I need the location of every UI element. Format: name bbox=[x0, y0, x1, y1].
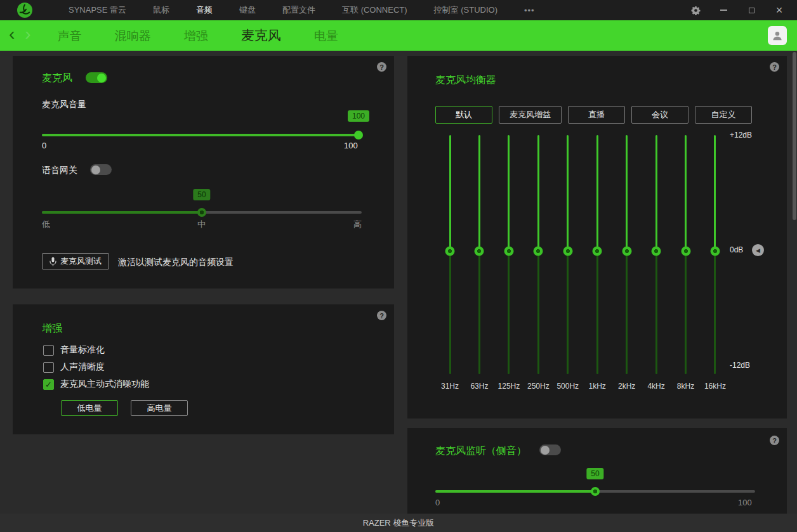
eq-band-label: 63Hz bbox=[470, 382, 488, 391]
back-chevron-icon[interactable]: ‹ bbox=[9, 25, 15, 43]
voice-gate-slider[interactable] bbox=[42, 208, 362, 217]
mic-test-button[interactable]: 麦克风测试 bbox=[42, 253, 109, 269]
voice-gate-slider-handle[interactable] bbox=[197, 208, 206, 217]
eq-band-handle[interactable] bbox=[534, 246, 543, 256]
eq-band-handle[interactable] bbox=[563, 246, 572, 256]
preset-conference[interactable]: 会议 bbox=[631, 106, 688, 124]
voice-gate-toggle[interactable] bbox=[90, 164, 112, 175]
eq-band-slider[interactable] bbox=[478, 135, 480, 374]
microphone-icon bbox=[49, 257, 56, 266]
audio-tabs: 声音 混响器 增强 麦克风 电量 bbox=[58, 27, 338, 44]
eq-scale-mid: 0dB bbox=[730, 245, 743, 254]
volume-slider[interactable] bbox=[42, 131, 362, 139]
eq-band-label: 16kHz bbox=[704, 382, 726, 391]
tab-microphone[interactable]: 麦克风 bbox=[241, 27, 281, 44]
menu-item-connect[interactable]: 互联 (CONNECT) bbox=[342, 4, 407, 16]
menu-item-profiles[interactable]: 配置文件 bbox=[282, 4, 315, 16]
checkbox-row-normalization[interactable]: 音量标准化 bbox=[43, 344, 105, 356]
microphone-toggle[interactable] bbox=[86, 72, 107, 83]
eq-band-handle[interactable] bbox=[710, 246, 720, 256]
high-power-button-label: 高电量 bbox=[147, 403, 172, 414]
menu-item-mouse[interactable]: 鼠标 bbox=[153, 4, 169, 16]
eq-scale-top: +12dB bbox=[730, 131, 752, 139]
eq-presets: 默认 麦克风增益 直播 会议 自定义 bbox=[435, 106, 752, 124]
preset-default[interactable]: 默认 bbox=[435, 106, 492, 124]
close-button[interactable]: × bbox=[774, 5, 784, 15]
eq-band-handle[interactable] bbox=[622, 246, 631, 256]
eq-scale-bottom: -12dB bbox=[730, 361, 750, 370]
checkbox-label: 人声清晰度 bbox=[60, 361, 105, 373]
eq-band-slider[interactable] bbox=[449, 135, 451, 374]
help-icon[interactable]: ? bbox=[377, 311, 386, 320]
microphone-panel: ? 麦克风 麦克风音量 100 0 100 语音网关 50 低 中 高 bbox=[13, 56, 394, 289]
eq-band-label: 1kHz bbox=[589, 382, 606, 391]
eq-reset-button[interactable] bbox=[752, 244, 764, 256]
maximize-button[interactable] bbox=[746, 5, 756, 15]
preset-streaming[interactable]: 直播 bbox=[568, 106, 625, 124]
menu-overflow-button[interactable]: ••• bbox=[524, 6, 535, 15]
eq-band-31hz: 31Hz bbox=[435, 135, 464, 391]
forward-chevron-icon[interactable]: › bbox=[25, 25, 30, 43]
volume-value-badge: 100 bbox=[348, 110, 369, 122]
eq-band-8khz: 8kHz bbox=[671, 135, 701, 391]
sidetone-max-label: 100 bbox=[738, 498, 752, 507]
minimize-button[interactable] bbox=[718, 5, 728, 15]
eq-band-63hz: 63Hz bbox=[464, 135, 494, 391]
tab-power[interactable]: 电量 bbox=[314, 28, 338, 44]
tab-sound[interactable]: 声音 bbox=[58, 28, 82, 44]
eq-band-handle[interactable] bbox=[475, 246, 484, 256]
preset-custom[interactable]: 自定义 bbox=[695, 106, 752, 124]
eq-band-slider[interactable] bbox=[685, 135, 687, 374]
panel-title: 麦克风 bbox=[42, 72, 72, 85]
eq-band-handle[interactable] bbox=[445, 246, 455, 256]
checkbox[interactable] bbox=[43, 379, 54, 390]
help-icon[interactable]: ? bbox=[770, 436, 779, 445]
checkbox-row-vocal-clarity[interactable]: 人声清晰度 bbox=[43, 361, 105, 373]
checkbox[interactable] bbox=[43, 362, 54, 373]
help-icon[interactable]: ? bbox=[770, 62, 779, 72]
eq-band-slider[interactable] bbox=[714, 135, 716, 374]
eq-band-handle[interactable] bbox=[593, 246, 602, 256]
volume-min-label: 0 bbox=[42, 141, 46, 150]
tab-enhance[interactable]: 增强 bbox=[184, 28, 208, 44]
sidetone-slider-handle[interactable] bbox=[591, 487, 600, 496]
sidetone-panel: ? 麦克风监听（侧音） 50 0 100 bbox=[407, 428, 787, 514]
window-controls: × bbox=[690, 5, 784, 15]
low-power-button[interactable]: 低电量 bbox=[61, 400, 118, 416]
eq-band-slider[interactable] bbox=[537, 135, 539, 374]
menu-item-studio[interactable]: 控制室 (STUDIO) bbox=[434, 4, 497, 16]
eq-band-handle[interactable] bbox=[681, 246, 690, 256]
help-icon[interactable]: ? bbox=[377, 62, 386, 72]
volume-slider-handle[interactable] bbox=[354, 131, 363, 139]
eq-band-handle[interactable] bbox=[504, 246, 513, 256]
menu-item-keyboard[interactable]: 键盘 bbox=[239, 4, 256, 16]
app-window: SYNAPSE 雷云 鼠标 音频 键盘 配置文件 互联 (CONNECT) 控制… bbox=[0, 0, 797, 532]
eq-band-slider[interactable] bbox=[626, 135, 628, 374]
gate-high-label: 高 bbox=[353, 219, 362, 230]
checkbox[interactable] bbox=[43, 345, 54, 356]
preset-mic-boost[interactable]: 麦克风增益 bbox=[499, 106, 562, 124]
gate-low-label: 低 bbox=[42, 219, 50, 230]
low-power-button-label: 低电量 bbox=[77, 403, 102, 414]
sidetone-value-badge: 50 bbox=[586, 468, 603, 479]
eq-band-slider[interactable] bbox=[655, 135, 657, 374]
checkbox-row-noise-cancel[interactable]: 麦克风主动式消噪功能 bbox=[43, 379, 149, 390]
eq-band-label: 250Hz bbox=[527, 382, 550, 391]
razer-logo-icon[interactable] bbox=[16, 2, 33, 18]
settings-gear-icon[interactable] bbox=[690, 5, 701, 15]
eq-band-label: 4kHz bbox=[647, 382, 664, 391]
tab-mixer[interactable]: 混响器 bbox=[115, 28, 151, 44]
eq-band-slider[interactable] bbox=[508, 135, 510, 374]
scrollbar-thumb[interactable] bbox=[793, 52, 796, 220]
high-power-button[interactable]: 高电量 bbox=[131, 400, 188, 416]
eq-band-label: 125Hz bbox=[498, 382, 520, 391]
menu-item-audio[interactable]: 音频 bbox=[196, 4, 213, 16]
eq-band-handle[interactable] bbox=[652, 246, 661, 256]
eq-band-slider[interactable] bbox=[596, 135, 598, 374]
menu-item-synapse[interactable]: SYNAPSE 雷云 bbox=[69, 4, 126, 16]
eq-band-slider[interactable] bbox=[567, 135, 569, 374]
sidetone-toggle[interactable] bbox=[539, 444, 561, 455]
device-name: RAZER 梭鱼专业版 bbox=[363, 517, 435, 529]
user-avatar[interactable] bbox=[768, 26, 787, 45]
sidetone-slider[interactable] bbox=[435, 487, 755, 496]
